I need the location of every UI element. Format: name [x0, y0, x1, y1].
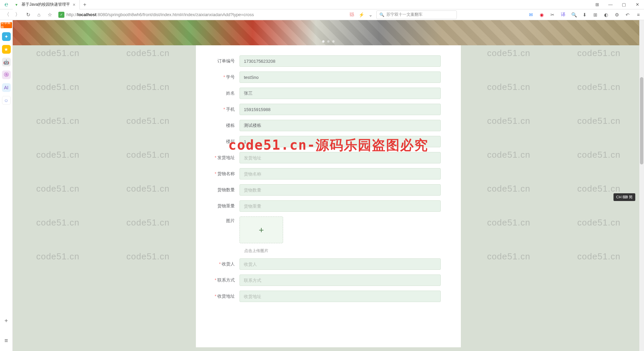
window-controls: ⊞ — ▢ ✕	[590, 0, 644, 9]
input-goods-weight[interactable]	[239, 200, 441, 212]
sidebar-discord-icon[interactable]: ☺	[2, 96, 11, 105]
back-icon[interactable]: 〈	[3, 11, 11, 19]
menu-icon[interactable]: ≡	[635, 12, 641, 18]
input-contact[interactable]	[239, 274, 441, 286]
label-goods-name: *货物名称	[209, 171, 239, 177]
input-goods-qty[interactable]	[239, 184, 441, 196]
input-recv-addr[interactable]	[239, 291, 441, 302]
minimize-icon[interactable]: —	[604, 0, 617, 9]
color-icon[interactable]: ◐	[603, 12, 609, 18]
favorite-icon[interactable]: ☆	[46, 11, 54, 19]
input-receiver[interactable]	[239, 258, 441, 270]
apps-icon[interactable]: ⊞	[592, 12, 598, 18]
reload-icon[interactable]: ↻	[24, 11, 32, 19]
mail-icon[interactable]: ✉	[528, 12, 534, 18]
home-icon[interactable]: ⌂	[35, 11, 43, 19]
label-floor: 楼层	[209, 139, 239, 145]
input-floor[interactable]	[239, 136, 441, 147]
search-icon: 🔍	[379, 12, 384, 17]
sidebar-ai-icon[interactable]: ⓐ	[2, 70, 11, 79]
input-name[interactable]	[239, 88, 441, 99]
browser-logo-icon[interactable]: ℮	[0, 0, 13, 9]
input-ship-addr[interactable]	[239, 152, 441, 163]
image-upload-button[interactable]: +	[239, 216, 283, 243]
label-goods-weight: 货物重量	[209, 203, 239, 209]
forward-icon[interactable]: 〉	[13, 11, 21, 19]
addressbar: 〈 〉 ↻ ⌂ ☆ ✓ http://localhost:8080/spring…	[0, 9, 644, 20]
label-phone: *手机	[209, 106, 239, 112]
login-badge[interactable]: 登录账号	[1, 22, 12, 28]
search-placeholder: 苏宁双十一文案翻车	[386, 12, 423, 17]
carousel-dot-3[interactable]	[332, 40, 335, 43]
carousel-dot-1[interactable]	[322, 40, 325, 43]
input-student-no[interactable]	[239, 71, 441, 83]
window-menu-icon[interactable]: ⊞	[590, 0, 604, 9]
translate-icon[interactable]: 繇	[349, 12, 355, 18]
sidebar-star-icon[interactable]: ★	[2, 45, 11, 54]
sidebar-add-icon[interactable]: +	[4, 317, 8, 324]
ime-indicator[interactable]: CH ⌨ 简	[613, 193, 635, 201]
plus-icon: +	[259, 225, 264, 235]
input-building[interactable]	[239, 120, 441, 131]
weibo-icon[interactable]: ◉	[539, 12, 545, 18]
restore-icon[interactable]: ↶	[625, 12, 631, 18]
order-form: 订单编号 *学号 姓名 *手机 楼栋 楼层 *发货地址 *货物名	[196, 45, 461, 347]
download-icon[interactable]: ⬇	[582, 12, 588, 18]
label-name: 姓名	[209, 90, 239, 96]
security-badge-icon: ✓	[58, 12, 64, 18]
scissors-icon[interactable]: ✂	[549, 12, 555, 18]
close-window-icon[interactable]: ✕	[631, 0, 644, 9]
page-content: code51.cn code51.cn code51.cn code51.cn …	[13, 20, 644, 351]
left-sidebar: 登录账号 ✦ ★ 🤖 ⓐ AI ☺ + ≡	[0, 20, 13, 351]
input-order-no[interactable]	[239, 55, 441, 67]
dropdown-icon[interactable]: ⌄	[368, 12, 374, 18]
sidebar-robot-icon[interactable]: 🤖	[2, 58, 11, 66]
url-input[interactable]: ✓ http://localhost:8080/springbooth8wh6/…	[56, 10, 278, 19]
bolt-icon[interactable]: ⚡	[358, 12, 364, 18]
label-ship-addr: *发货地址	[209, 155, 239, 161]
label-image: 图片	[209, 216, 239, 224]
input-goods-name[interactable]	[239, 168, 441, 180]
banner	[13, 20, 644, 45]
label-order-no: 订单编号	[209, 58, 239, 64]
vertical-scrollbar[interactable]	[639, 20, 644, 351]
label-building: 楼栋	[209, 122, 239, 129]
tab-favicon-icon: ▾	[15, 2, 19, 7]
new-tab-button[interactable]: +	[80, 2, 90, 8]
zoom-icon[interactable]: 🔍	[571, 12, 577, 18]
url-text: http://localhost:8080/springbooth8wh6/fr…	[66, 12, 254, 17]
scroll-thumb[interactable]	[640, 77, 643, 164]
carousel-dot-2[interactable]	[327, 40, 330, 43]
search-input[interactable]: 🔍 苏宁双十一文案翻车	[376, 10, 457, 19]
sidebar-menu-icon[interactable]: ≡	[4, 337, 8, 344]
toolbar-icons: ✉ ◉ ✂ 译 🔍 ⬇ ⊞ ◐ ⚙ ↶ ≡	[528, 12, 641, 18]
input-phone[interactable]	[239, 104, 441, 115]
settings-icon[interactable]: ⚙	[614, 12, 620, 18]
sidebar-app1-icon[interactable]: ✦	[2, 32, 11, 41]
label-contact: *联系方式	[209, 277, 239, 283]
translate2-icon[interactable]: 译	[560, 12, 566, 18]
label-receiver: *收货人	[209, 261, 239, 267]
titlebar: ℮ ▾ 基于Java的校园快递管理平台的 × + ⊞ — ▢ ✕	[0, 0, 644, 9]
browser-tab[interactable]: ▾ 基于Java的校园快递管理平台的 ×	[13, 0, 80, 9]
maximize-icon[interactable]: ▢	[617, 0, 631, 9]
label-student-no: *学号	[209, 74, 239, 80]
tab-close-icon[interactable]: ×	[71, 2, 77, 7]
carousel-dots[interactable]	[322, 40, 335, 43]
tab-title: 基于Java的校园快递管理平台的	[21, 2, 69, 7]
upload-hint: 点击上传图片	[244, 248, 441, 254]
label-goods-qty: 货物数量	[209, 187, 239, 193]
label-recv-addr: *收货地址	[209, 293, 239, 299]
sidebar-ai2-icon[interactable]: AI	[2, 83, 11, 92]
